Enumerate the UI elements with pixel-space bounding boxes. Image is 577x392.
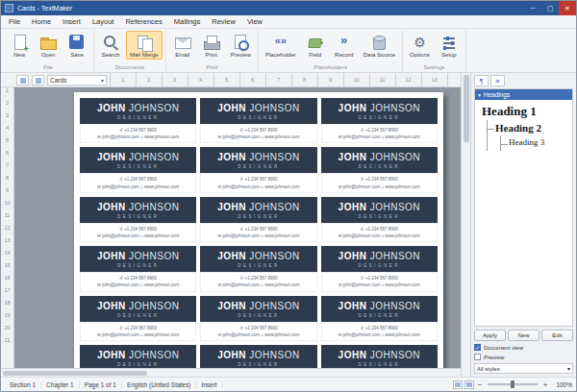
- styles-root-item[interactable]: ▾ Headings: [475, 89, 572, 100]
- ribbon-data-source-button[interactable]: Data Source: [360, 31, 399, 60]
- maximize-icon[interactable]: ▢: [541, 1, 559, 15]
- vertical-scrollbar[interactable]: [461, 73, 470, 377]
- card-last-name: JOHNSON: [370, 301, 420, 311]
- ribbon-open-button[interactable]: Open: [35, 31, 62, 60]
- ribbon-field-button[interactable]: Field: [302, 31, 329, 60]
- ribbon-options-button[interactable]: Options: [406, 31, 434, 60]
- business-card[interactable]: JOHN JOHNSONDESIGNER✆ +1 234 567 8900✉ j…: [321, 147, 438, 192]
- business-card[interactable]: JOHN JOHNSONDESIGNER✆ +1 234 567 8900✉ j…: [80, 98, 196, 143]
- zoom-slider-thumb[interactable]: [511, 380, 514, 388]
- menu-item-insert[interactable]: Insert: [57, 15, 87, 28]
- business-card[interactable]: JOHN JOHNSONDESIGNER✆ +1 234 567 8900✉ j…: [200, 345, 316, 368]
- style-item-heading2[interactable]: Heading 2: [495, 120, 570, 136]
- business-card[interactable]: JOHN JOHNSONDESIGNER✆ +1 234 567 8900✉ j…: [321, 246, 438, 291]
- business-card[interactable]: JOHN JOHNSONDESIGNER✆ +1 234 567 8900✉ j…: [321, 197, 438, 242]
- status-page-1-of-1[interactable]: Page 1 of 1: [80, 381, 122, 388]
- navigator-tab-icon[interactable]: ≡: [490, 75, 505, 86]
- card-name: JOHN JOHNSON: [323, 103, 436, 113]
- main-area: Cards ▾ 12345678910111213 12345678910111…: [1, 73, 576, 377]
- menu-item-view[interactable]: View: [241, 15, 268, 28]
- document-pane: Cards ▾ 12345678910111213 12345678910111…: [1, 73, 461, 377]
- business-card[interactable]: JOHN JOHNSONDESIGNER✆ +1 234 567 8900✉ j…: [80, 246, 196, 291]
- card-last-name: JOHNSON: [370, 152, 420, 162]
- menu-item-mailings[interactable]: Mailings: [168, 15, 207, 28]
- menu-item-home[interactable]: Home: [26, 15, 57, 28]
- ribbon-email-button[interactable]: Email: [169, 31, 196, 60]
- checkbox-icon[interactable]: ✓: [474, 354, 481, 360]
- business-card[interactable]: JOHN JOHNSONDESIGNER✆ +1 234 567 8900✉ j…: [200, 197, 316, 242]
- menu-item-references[interactable]: References: [119, 15, 167, 28]
- ribbon-print-button[interactable]: Print: [198, 31, 225, 60]
- card-header: JOHN JOHNSONDESIGNER: [321, 147, 438, 173]
- style-combobox[interactable]: Cards ▾: [47, 75, 107, 86]
- styles-tab-icon[interactable]: ¶: [474, 75, 489, 86]
- menu-item-review[interactable]: Review: [206, 15, 241, 28]
- card-header: JOHN JOHNSONDESIGNER: [80, 246, 196, 272]
- ribbon-placeholder-button[interactable]: Placeholder: [262, 31, 300, 60]
- style-item-heading3[interactable]: Heading 3: [509, 135, 570, 150]
- ribbon-data-source-label: Data Source: [364, 52, 395, 58]
- business-card[interactable]: JOHN JOHNSONDESIGNER✆ +1 234 567 8900✉ j…: [321, 345, 438, 368]
- card-first-name: JOHN: [97, 103, 126, 113]
- ribbon-save-button[interactable]: Save: [63, 31, 90, 60]
- new-style-button[interactable]: New: [508, 330, 539, 341]
- close-icon[interactable]: ✕: [559, 1, 576, 15]
- business-card[interactable]: JOHN JOHNSONDESIGNER✆ +1 234 567 8900✉ j…: [80, 345, 196, 368]
- zoom-out-button[interactable]: −: [474, 380, 486, 389]
- ribbon-group-settings: OptionsSetupSettings: [403, 30, 466, 72]
- zoom-slider[interactable]: [488, 383, 538, 385]
- checkbox-row-document-view[interactable]: ✓ Document view: [474, 344, 573, 351]
- ribbon-new-button[interactable]: New: [6, 31, 33, 60]
- business-card[interactable]: JOHN JOHNSONDESIGNER✆ +1 234 567 8900✉ j…: [80, 147, 196, 192]
- view-normal-icon[interactable]: [453, 380, 463, 389]
- zoom-in-button[interactable]: +: [539, 380, 551, 389]
- business-card[interactable]: JOHN JOHNSONDESIGNER✆ +1 234 567 8900✉ j…: [200, 296, 316, 341]
- view-layout-icon[interactable]: [464, 380, 474, 389]
- card-name: JOHN JOHNSON: [82, 251, 194, 261]
- ruler-tick: 1: [1, 87, 13, 100]
- card-name: JOHN JOHNSON: [323, 301, 436, 311]
- card-name: JOHN JOHNSON: [202, 301, 314, 311]
- ruler-tick: 7: [1, 162, 13, 175]
- card-first-name: JOHN: [97, 350, 126, 360]
- chevron-down-icon: ▾: [567, 365, 570, 372]
- styles-root-label: Headings: [484, 91, 510, 98]
- checkbox-row-preview[interactable]: ✓ Preview: [474, 354, 573, 360]
- status-chapter-1[interactable]: Chapter 1: [41, 381, 80, 388]
- card-name: JOHN JOHNSON: [202, 202, 314, 212]
- ribbon-search-button[interactable]: Search: [97, 31, 124, 60]
- ribbon-mail-merge-button[interactable]: Mail Merge: [126, 31, 163, 60]
- business-card[interactable]: JOHN JOHNSONDESIGNER✆ +1 234 567 8900✉ j…: [80, 197, 196, 242]
- layout-view-icon[interactable]: [32, 75, 44, 86]
- card-first-name: JOHN: [97, 152, 126, 162]
- vertical-scrollbar-thumb[interactable]: [464, 75, 469, 142]
- status-insert[interactable]: Insert: [196, 381, 222, 388]
- style-group-select[interactable]: All styles ▾: [474, 363, 573, 374]
- page-view-icon[interactable]: [16, 75, 29, 86]
- ribbon-preview-button[interactable]: Preview: [227, 31, 255, 60]
- business-card[interactable]: JOHN JOHNSONDESIGNER✆ +1 234 567 8900✉ j…: [321, 98, 438, 143]
- ribbon-group-print: EmailPrintPreviewPrint: [166, 30, 259, 72]
- horizontal-scrollbar[interactable]: [1, 368, 461, 377]
- card-contact: ✆ +1 234 567 8900✉ john@johnson.com ⌂ ww…: [200, 124, 316, 143]
- checkbox-icon[interactable]: ✓: [474, 344, 481, 351]
- card-job-title: DESIGNER: [202, 115, 314, 120]
- edit-style-button[interactable]: Edit: [541, 330, 573, 341]
- business-card[interactable]: JOHN JOHNSONDESIGNER✆ +1 234 567 8900✉ j…: [200, 147, 316, 192]
- status-english-united-states-[interactable]: English (United States): [122, 381, 196, 388]
- status-section-1[interactable]: Section 1: [5, 381, 41, 388]
- card-job-title: DESIGNER: [82, 313, 194, 318]
- ribbon-record-button[interactable]: Record: [331, 31, 358, 60]
- business-card[interactable]: JOHN JOHNSONDESIGNER✆ +1 234 567 8900✉ j…: [321, 296, 438, 341]
- ribbon-setup-button[interactable]: Setup: [436, 31, 463, 60]
- menu-item-file[interactable]: File: [3, 15, 26, 28]
- horizontal-scrollbar-thumb[interactable]: [3, 371, 147, 376]
- card-email-line: ✉ john@johnson.com ⌂ www.johnson.com: [82, 134, 194, 140]
- apply-button[interactable]: Apply: [474, 330, 506, 341]
- business-card[interactable]: JOHN JOHNSONDESIGNER✆ +1 234 567 8900✉ j…: [200, 246, 316, 291]
- menu-item-layout[interactable]: Layout: [87, 15, 120, 28]
- minimize-icon[interactable]: ─: [524, 1, 541, 15]
- business-card[interactable]: JOHN JOHNSONDESIGNER✆ +1 234 567 8900✉ j…: [200, 98, 316, 143]
- style-item-heading1[interactable]: Heading 1: [482, 104, 570, 120]
- business-card[interactable]: JOHN JOHNSONDESIGNER✆ +1 234 567 8900✉ j…: [80, 296, 196, 341]
